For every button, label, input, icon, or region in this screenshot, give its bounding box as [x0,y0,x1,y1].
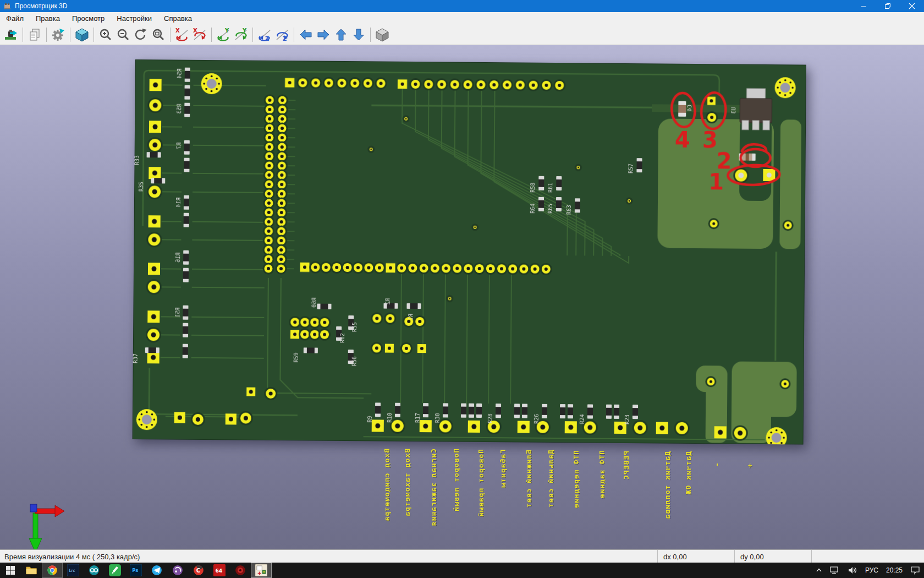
pan-up-button[interactable] [333,26,349,43]
language-indicator[interactable]: РУС [861,563,882,578]
restore-button[interactable] [876,0,900,12]
toolbar-separator [170,28,170,42]
pan-down-button[interactable] [350,26,367,43]
svg-text:Lrc: Lrc [69,568,75,573]
connector-label: ПТФ передние [572,450,580,509]
menu-item-Справка[interactable]: Справка [158,13,198,24]
svg-text:R57: R57 [628,163,634,173]
view-3d-button[interactable] [74,26,90,43]
zoom-in-button[interactable] [97,26,114,43]
taskbar-telegram-icon[interactable] [146,563,167,578]
connector-label: Ближний свет [525,450,533,508]
svg-text:X: X [175,28,180,34]
taskbar-chrome-icon[interactable] [42,563,63,578]
rotate-x-pos-button[interactable]: X [191,26,208,43]
network-icon[interactable] [826,563,844,578]
svg-text:R14: R14 [175,198,182,208]
svg-text:R65: R65 [547,204,553,214]
copy-image-button[interactable] [26,26,43,43]
rotate-x-neg-button[interactable]: X [174,26,190,43]
window-title: Просмотрщик 3D [15,2,67,10]
rotate-y-pos-button[interactable]: Y [233,26,249,43]
taskbar-ccleaner-icon[interactable]: C [188,563,209,578]
connector-label: Датчик ОЖ [684,451,692,495]
svg-text:R28: R28 [487,413,493,423]
redraw-button[interactable] [133,26,149,43]
svg-text:R51: R51 [174,308,180,318]
menu-item-Настройки[interactable]: Настройки [111,13,158,24]
connector-label: - [713,462,721,467]
taskbar-kicad-icon[interactable] [251,563,272,578]
menu-item-Просмотр[interactable]: Просмотр [66,13,111,24]
svg-text:R30: R30 [435,413,441,423]
menu-item-Файл[interactable]: Файл [0,13,30,24]
pan-left-button[interactable] [298,26,314,43]
taskbar-start-button[interactable] [0,563,21,578]
reload-board-button[interactable] [3,26,19,43]
toolbar-separator [294,28,294,42]
connector-label: + [746,464,754,468]
svg-text:R2: R2 [385,298,391,305]
clock[interactable]: 20:25 [882,563,906,578]
axis-indicator [22,501,72,549]
toolbar-separator [23,28,23,42]
svg-text:R16: R16 [175,253,181,263]
taskbar-lightroom-icon[interactable]: Lrc [63,563,84,578]
svg-text:R53: R53 [176,104,182,114]
menu-item-Правка[interactable]: Правка [30,13,66,24]
svg-text:R7: R7 [176,143,182,149]
zoom-out-button[interactable] [115,26,131,43]
pcb-board[interactable]: R54R53R7R14R16R51R33R35R37R60R62R55R56R5… [133,59,806,445]
svg-text:R9: R9 [367,416,373,422]
dx-status: dx 0,00 [657,550,734,563]
taskbar-aida64-icon[interactable]: 64 [209,563,230,578]
taskbar-notes-icon[interactable] [105,563,125,578]
svg-text:R60: R60 [311,298,317,308]
minimize-button[interactable] [851,0,876,12]
pan-right-button[interactable] [315,26,332,43]
volume-icon[interactable] [844,563,861,578]
svg-text:R24: R24 [579,414,585,424]
svg-text:R61: R61 [547,183,553,193]
close-button[interactable] [900,0,924,12]
taskbar-photoshop-icon[interactable]: Ps [125,563,146,578]
dy-status: dy 0,00 [734,550,811,563]
render-time-status: Время визуализации 4 мс ( 250,3 кадр/с) [0,553,657,561]
zoom-fit-button[interactable] [150,26,167,43]
connector-label: Сигнал зажигания [430,449,438,526]
svg-text:C: C [196,568,200,574]
status-bar: Время визуализации 4 мс ( 250,3 кадр/с) … [0,549,924,563]
connector-label: Вход спидометра [383,449,391,521]
rotate-z-neg-button[interactable]: Z [256,26,273,43]
svg-text:R63: R63 [566,205,572,215]
taskbar-arduino-icon[interactable] [84,563,105,578]
svg-text:Y: Y [224,28,229,34]
action-center-icon[interactable] [906,563,924,578]
svg-text:R1: R1 [408,314,414,320]
annotation-number: 3 [702,127,718,152]
3d-viewport[interactable]: R54R53R7R14R16R51R33R35R37R60R62R55R56R5… [0,45,924,549]
taskbar-security-icon[interactable] [230,563,251,578]
svg-text:R64: R64 [530,204,536,214]
annotation-number: 4 [675,127,690,152]
svg-text:R17: R17 [415,413,421,423]
taskbar-explorer-icon[interactable] [21,563,42,578]
title-bar: Просмотрщик 3D [0,0,924,12]
hidden-icons-chevron[interactable] [812,563,826,578]
connector-label: Поворот левый [452,449,460,512]
svg-text:R56: R56 [351,356,358,366]
svg-text:R58: R58 [530,183,536,193]
svg-text:Ps: Ps [132,568,138,573]
status-spacer [811,550,924,563]
render-settings-button[interactable] [50,26,67,43]
taskbar-viber-icon[interactable] [167,563,188,578]
connector-label: Дальний свет [547,450,555,508]
svg-text:U3: U3 [730,107,736,114]
taskbar: LrcPsC64 РУС 20:25 [0,563,924,578]
toolbar-separator [252,28,253,42]
rotate-y-neg-button[interactable]: Y [215,26,232,43]
app-icon [3,2,12,10]
ortho-view-button[interactable] [374,26,391,43]
rotate-z-pos-button[interactable]: Z [274,26,290,43]
svg-text:R62: R62 [339,333,345,343]
